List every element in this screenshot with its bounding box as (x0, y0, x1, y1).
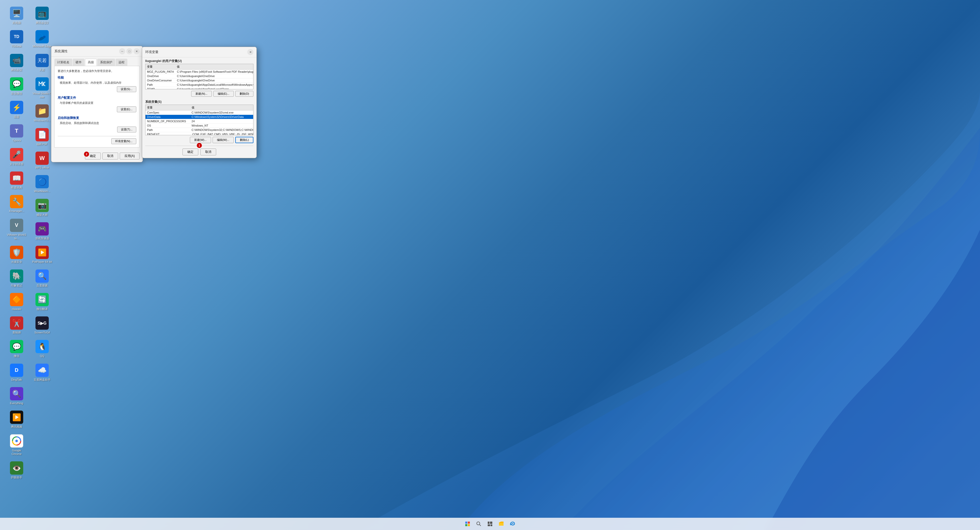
table-row[interactable]: NUMBER_OF_PROCESSORS 24 (145, 119, 253, 124)
desktop-icon-27[interactable]: 🔵 WiseMasm... (30, 173, 54, 194)
taskbar-search[interactable] (474, 519, 484, 529)
user-edit-button[interactable]: 编辑(E)... (213, 91, 234, 97)
desktop-icon-34[interactable]: 🐧 QQ (30, 338, 54, 359)
apply-button[interactable]: 应用(A) (120, 153, 140, 159)
desktop-icon-5[interactable]: T Typora (5, 123, 28, 144)
tab-advanced[interactable]: 高级 (85, 59, 97, 66)
table-row[interactable]: MOZ_PLUGIN_PATH C:\Program Files (x86)\F… (145, 70, 253, 74)
table-row[interactable]: Path C:\Users\liuguanglei\AppData\Local\… (145, 83, 253, 87)
desktop-icon-25[interactable]: 📄 福昕PDF (30, 127, 54, 148)
desktop-icon-23[interactable]: Visual Studio Code (30, 76, 54, 100)
icon-label-27: WiseMasm... (34, 189, 50, 193)
desktop-icon-19[interactable]: 👁️ 护眼助手 (5, 460, 28, 481)
desktop-icon-16[interactable]: 🔍 Everything (5, 385, 28, 406)
user-vars-label: liuguanglei 的用户变量(U) (142, 57, 256, 64)
system-vars-col-var: 变量 (145, 105, 190, 110)
desktop-icon-9[interactable]: V VMware WorkSta... (5, 217, 28, 242)
cancel-button[interactable]: 取消 (102, 153, 118, 159)
table-row[interactable]: OneDrive C:\Users\liuguanglei\OneDrive (145, 74, 253, 78)
desktop-icon-14[interactable]: 💬 微信 (5, 338, 28, 359)
performance-section: 性能 视觉效果、处理器计划、内存使用，以及虚拟内存 设置(S)... (58, 76, 136, 92)
icon-label-9: VMware WorkSta... (6, 233, 27, 240)
env-vars-button[interactable]: 环境变量(N)... (111, 138, 136, 144)
desktop-icon-6[interactable]: 🎤 文字转语音 (5, 146, 28, 167)
desktop-icon-17[interactable]: ▶️ 腾讯视频 (5, 409, 28, 430)
desktop-icon-20[interactable]: 📺 腾讯会议2 (30, 5, 54, 26)
icon-label-13: 剪辑师 (13, 331, 21, 334)
env-vars-footer: 1 确定 取消 (142, 147, 256, 158)
desktop-icon-35[interactable]: ☁️ 百度网盘助手 (30, 362, 54, 383)
desktop-icon-22[interactable]: 天若 天若 (30, 52, 54, 73)
desktop-icon-26[interactable]: W WPS office (30, 150, 54, 171)
desktop-icon-8[interactable]: 🔧 Xmanager... (5, 193, 28, 214)
system-delete-button[interactable]: 删除(L) (235, 137, 253, 143)
desktop-icon-1[interactable]: TD TODesk (5, 29, 28, 49)
desktop-icon-11[interactable]: 🐘 印象笔记 (5, 268, 28, 289)
desktop-icon-31[interactable]: 🔍 百度搜索 (30, 268, 54, 289)
icon-label-23: Visual Studio Code (32, 92, 52, 99)
env-cancel-button[interactable]: 取消 (200, 148, 216, 155)
svg-point-11 (477, 522, 480, 525)
icon-label-12: clawalo (12, 307, 21, 311)
desktop-icon-12[interactable]: 🔶 clawalo (5, 291, 28, 312)
icon-label-7: 有道词典 (11, 186, 22, 189)
taskbar-task-view[interactable] (485, 519, 495, 529)
taskbar-start[interactable] (463, 519, 473, 529)
icon-label-5: Typora (12, 138, 21, 142)
desktop-icon-30[interactable]: ▶️ PotPlayer 64 bit (30, 244, 54, 265)
user-vars-buttons: 新建(N)... 编辑(E)... 删除(D) (142, 89, 256, 98)
startup-settings-button[interactable]: 设置(T)... (117, 127, 136, 132)
desktop-icon-21[interactable]: Microsoft Edge (30, 29, 54, 49)
desktop-icon-4[interactable]: ⚡ 迅雷 (5, 99, 28, 120)
taskbar-explorer[interactable] (496, 519, 506, 529)
minimize-button[interactable]: ─ (119, 48, 125, 54)
desktop-icon-3[interactable]: 💬 企业微信 (5, 76, 28, 97)
performance-settings-button[interactable]: 设置(S)... (117, 86, 136, 92)
tab-computer-name[interactable]: 计算机名 (54, 59, 72, 66)
user-profiles-section: 用户配置文件 与登录帐户相关的桌面设置 设置(E)... (58, 96, 136, 112)
taskbar-edge[interactable] (508, 519, 517, 529)
maximize-button[interactable]: □ (126, 48, 132, 54)
table-row[interactable]: Path C:\WINDOWS\system32;C:\WINDOWS;C:\W… (145, 128, 253, 132)
desktop-icon-24[interactable]: 📁 WindowsTo... (30, 103, 54, 124)
table-row[interactable]: PATHEXT .COM;.EXE;.BAT;.CMD;.VBS;.VBE;.J… (145, 132, 253, 135)
desktop-icon-7[interactable]: 📖 有道词典 (5, 170, 28, 191)
env-close-button[interactable]: ✕ (247, 49, 253, 55)
env-ok-button[interactable]: 确定 (183, 148, 198, 155)
table-row[interactable]: DriverData C:\Windows\System32\Drivers\D… (145, 115, 253, 119)
table-row[interactable]: OneDriveConsumer C:\Users\liuguanglei\On… (145, 78, 253, 83)
tab-hardware[interactable]: 硬件 (73, 59, 84, 66)
desktop-icon-28[interactable]: 📷 捕捉大师 (30, 197, 54, 218)
tab-system-protection[interactable]: 系统保护 (97, 59, 115, 66)
user-delete-button[interactable]: 删除(D) (235, 91, 253, 97)
table-row[interactable]: OS Windows_NT (145, 124, 253, 128)
system-vars-table-container[interactable]: 变量 值 ComSpec C:\WINDOWS\system32\cmd.exe… (145, 105, 253, 135)
desktop-icon-32[interactable]: 🔄 微信翻译 (30, 291, 54, 312)
desktop-icon-2[interactable]: 📹 腾讯会议 (5, 52, 28, 73)
desktop-icon-29[interactable]: 🎮 游戏加速器 (30, 221, 54, 242)
icon-label-33: ScreenToGif (35, 331, 50, 334)
icon-label-34: QQ (40, 354, 44, 358)
svg-rect-17 (499, 523, 504, 526)
close-button[interactable]: ✕ (134, 48, 140, 54)
table-row[interactable]: ComSpec C:\WINDOWS\system32\cmd.exe (145, 110, 253, 115)
desktop-icon-15[interactable]: D DingTalk (5, 362, 28, 383)
user-vars-table: 变量 值 MOZ_PLUGIN_PATH C:\Program Files (x… (145, 64, 253, 89)
user-vars-col-var: 变量 (145, 64, 175, 70)
desktop-icon-0[interactable]: 🖥️ 此电脑 (5, 5, 28, 26)
system-props-content: 要进行大多数更改，您必须作为管理员登录。 性能 视觉效果、处理器计划、内存使用，… (54, 66, 140, 148)
desktop-icon-33[interactable]: S▶G ScreenToGif (30, 315, 54, 336)
icon-label-20: 腾讯会议2 (36, 21, 48, 24)
table-row[interactable]: TEMP C:\Users\liuguanglei\AppData\Local\… (145, 87, 253, 89)
desktop-icon-18[interactable]: GoogleChrome (5, 433, 28, 458)
system-edit-button[interactable]: 编辑(W)... (213, 137, 234, 143)
user-vars-table-container[interactable]: 变量 值 MOZ_PLUGIN_PATH C:\Program Files (x… (145, 64, 253, 89)
desktop-icon-10[interactable]: 🛡️ 火绒安全 (5, 244, 28, 265)
user-new-button[interactable]: 新建(N)... (191, 91, 212, 97)
user-profiles-settings-button[interactable]: 设置(E)... (117, 107, 136, 112)
startup-desc: 系统启动、系统故障和调试信息 (60, 121, 136, 125)
desktop-icon-13[interactable]: ✂️ 剪辑师 (5, 315, 28, 336)
tab-remote[interactable]: 远程 (116, 59, 127, 66)
icon-label-21: Microsoft Edge (33, 45, 51, 48)
system-new-button[interactable]: 新建(W)... (190, 137, 211, 143)
